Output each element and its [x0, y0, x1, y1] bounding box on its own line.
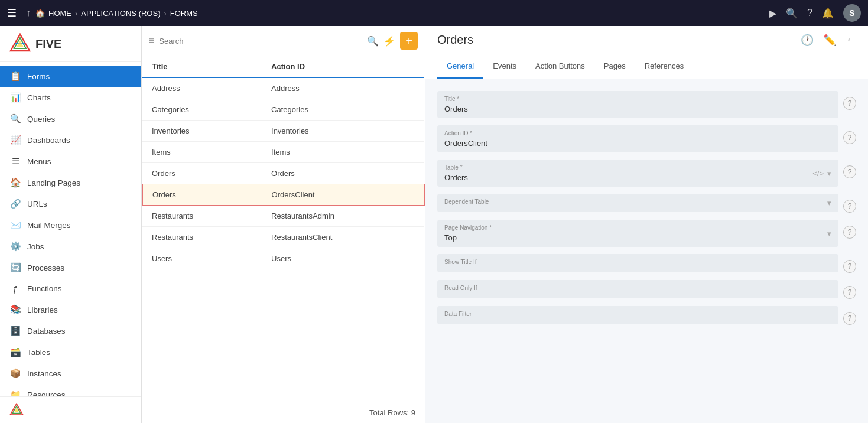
search-top-icon[interactable]: 🔍 — [786, 8, 798, 19]
home-label[interactable]: HOME — [48, 9, 71, 18]
sidebar-label-tables: Tables — [27, 348, 50, 357]
tab-general[interactable]: General — [437, 54, 483, 79]
table-help-icon[interactable]: ? — [843, 165, 856, 178]
table-row[interactable]: Inventories Inventories — [142, 121, 424, 142]
page-navigation-field[interactable]: Page Navigation * Top ▾ — [437, 220, 838, 247]
title-field-label: Title * — [444, 96, 831, 102]
col-action-id-header: Action ID — [262, 56, 424, 77]
table-code-icon[interactable]: </> — [812, 169, 824, 178]
sidebar-item-forms[interactable]: 📋 Forms — [0, 66, 141, 87]
page-navigation-dropdown-icon[interactable]: ▾ — [827, 229, 831, 238]
clock-icon[interactable]: 🕐 — [801, 34, 814, 47]
sidebar-icon-queries: 🔍 — [9, 113, 21, 124]
hamburger-menu[interactable]: ☰ — [7, 6, 17, 19]
table-row[interactable]: Address Address — [142, 77, 424, 99]
table-row[interactable]: Categories Categories — [142, 99, 424, 121]
sidebar-item-resources[interactable]: 📁 Resources — [0, 384, 141, 396]
table-row[interactable]: Orders Orders — [142, 163, 424, 184]
close-icon[interactable]: ← — [846, 34, 856, 46]
action-id-field[interactable]: Action ID * OrdersClient — [437, 125, 838, 152]
table-row[interactable]: Users Users — [142, 248, 424, 269]
show-title-if-field[interactable]: Show Title If — [437, 254, 838, 272]
dependent-table-help-icon[interactable]: ? — [843, 200, 856, 213]
table-dropdown-icon[interactable]: ▾ — [827, 169, 831, 178]
filter-icon[interactable]: ≡ — [149, 35, 154, 46]
sidebar-item-charts[interactable]: 📊 Charts — [0, 87, 141, 108]
data-filter-field[interactable]: Data Filter — [437, 306, 838, 324]
row-title-cell: Items — [142, 142, 262, 163]
detail-body: Title * Orders ? Action ID * OrdersClien… — [425, 79, 868, 423]
tab-events[interactable]: Events — [483, 54, 526, 79]
sidebar-item-databases[interactable]: 🗄️ Databases — [0, 320, 141, 341]
data-filter-help-icon[interactable]: ? — [843, 312, 856, 325]
sidebar-item-dashboards[interactable]: 📈 Dashboards — [0, 129, 141, 151]
sidebar-items-list: 📋 Forms 📊 Charts 🔍 Queries 📈 Dashboards … — [0, 62, 141, 396]
sidebar-item-landing-pages[interactable]: 🏠 Landing Pages — [0, 172, 141, 193]
sidebar-item-processes[interactable]: 🔄 Processes — [0, 257, 141, 278]
read-only-if-field[interactable]: Read Only If — [437, 280, 838, 298]
sidebar-label-charts: Charts — [27, 93, 51, 102]
sidebar-item-instances[interactable]: 📦 Instances — [0, 363, 141, 384]
play-icon[interactable]: ▶ — [769, 8, 776, 19]
sidebar-label-menus: Menus — [27, 157, 51, 166]
table-row[interactable]: Restaurants RestaurantsClient — [142, 227, 424, 248]
sidebar-item-mail-merges[interactable]: ✉️ Mail Merges — [0, 214, 141, 236]
tab-pages[interactable]: Pages — [594, 54, 635, 79]
sidebar-icon-jobs: ⚙️ — [9, 241, 21, 252]
page-navigation-help-icon[interactable]: ? — [843, 226, 856, 239]
add-button[interactable]: + — [400, 32, 418, 50]
sidebar-icon-libraries: 📚 — [9, 304, 21, 315]
avatar[interactable]: S — [843, 4, 861, 22]
sidebar-item-libraries[interactable]: 📚 Libraries — [0, 299, 141, 320]
read-only-if-help-icon[interactable]: ? — [843, 286, 856, 299]
sidebar-icon-urls: 🔗 — [9, 199, 21, 209]
sidebar-icon-dashboards: 📈 — [9, 135, 21, 145]
title-field[interactable]: Title * Orders — [437, 91, 838, 118]
row-title-cell: Inventories — [142, 121, 262, 142]
page-navigation-label: Page Navigation * — [444, 224, 492, 231]
dependent-table-label: Dependent Table — [444, 199, 489, 205]
sidebar-icon-menus: ☰ — [9, 156, 21, 167]
dependent-table-field[interactable]: Dependent Table ▾ — [437, 194, 838, 212]
sidebar-label-mail-merges: Mail Merges — [27, 221, 71, 230]
dependent-table-dropdown-icon[interactable]: ▾ — [827, 199, 831, 207]
search-icon[interactable]: 🔍 — [367, 35, 379, 47]
row-title-cell: Address — [142, 77, 262, 99]
sidebar-label-queries: Queries — [27, 115, 55, 123]
table-row[interactable]: Orders OrdersClient — [142, 184, 424, 206]
sidebar-item-menus[interactable]: ☰ Menus — [0, 151, 141, 172]
sidebar-item-tables[interactable]: 🗃️ Tables — [0, 341, 141, 363]
row-title-cell: Users — [142, 248, 262, 269]
sidebar-item-queries[interactable]: 🔍 Queries — [0, 108, 141, 129]
section-label[interactable]: FORMS — [170, 9, 198, 18]
sidebar-item-functions[interactable]: ƒ Functions — [0, 278, 141, 299]
sidebar-item-jobs[interactable]: ⚙️ Jobs — [0, 236, 141, 257]
notifications-icon[interactable]: 🔔 — [822, 8, 834, 19]
table-row[interactable]: Items Items — [142, 142, 424, 163]
breadcrumb-sep-2: › — [164, 9, 166, 18]
sidebar-icon-tables: 🗃️ — [9, 347, 21, 357]
help-top-icon[interactable]: ? — [807, 8, 812, 18]
nav-up-button[interactable]: ↑ — [26, 8, 31, 18]
search-input[interactable] — [159, 37, 362, 45]
sidebar-label-forms: Forms — [27, 72, 50, 81]
tab-action-buttons[interactable]: Action Buttons — [526, 54, 594, 79]
show-title-if-help-icon[interactable]: ? — [843, 260, 856, 273]
five-logo-svg — [9, 33, 31, 54]
top-nav-right: ▶ 🔍 ? 🔔 S — [769, 4, 861, 22]
tab-references[interactable]: References — [635, 54, 693, 79]
row-action-id-cell: OrdersClient — [262, 184, 424, 206]
main-layout: FIVE 📋 Forms 📊 Charts 🔍 Queries 📈 Dashbo… — [0, 26, 868, 423]
app-label[interactable]: APPLICATIONS (ROS) — [81, 9, 160, 18]
title-field-value: Orders — [444, 105, 831, 113]
title-help-icon[interactable]: ? — [843, 97, 856, 110]
bolt-icon[interactable]: ⚡ — [383, 35, 395, 47]
table-row[interactable]: Restaurants RestaurantsAdmin — [142, 206, 424, 227]
edit-icon[interactable]: ✏️ — [823, 34, 836, 47]
sidebar-item-urls[interactable]: 🔗 URLs — [0, 193, 141, 214]
row-action-id-cell: Orders — [262, 163, 424, 184]
action-id-help-icon[interactable]: ? — [843, 131, 856, 144]
table-field[interactable]: Table * Orders </> ▾ — [437, 160, 838, 187]
sidebar-icon-databases: 🗄️ — [9, 326, 21, 336]
row-action-id-cell: RestaurantsAdmin — [262, 206, 424, 227]
